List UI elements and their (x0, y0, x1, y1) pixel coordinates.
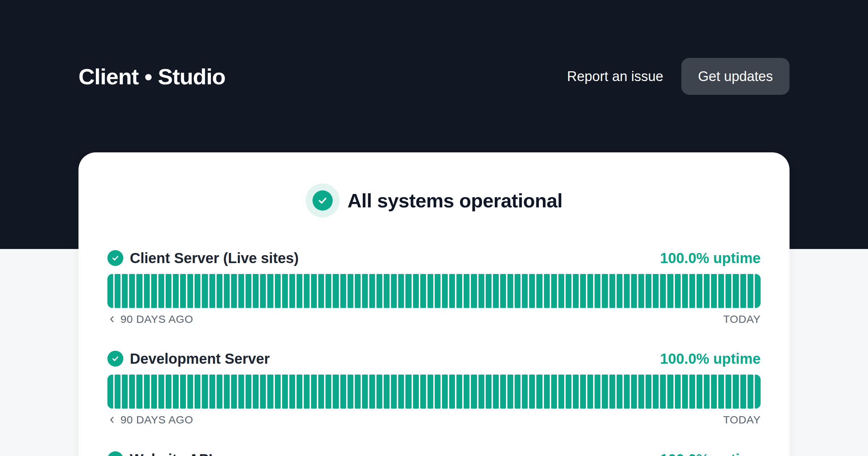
uptime-day-bar[interactable] (413, 274, 419, 308)
uptime-day-bar[interactable] (136, 375, 142, 409)
uptime-day-bar[interactable] (740, 375, 746, 409)
uptime-day-bar[interactable] (529, 375, 535, 409)
uptime-day-bar[interactable] (253, 274, 259, 308)
uptime-day-bar[interactable] (718, 274, 724, 308)
uptime-day-bar[interactable] (689, 375, 695, 409)
uptime-day-bar[interactable] (318, 274, 324, 308)
uptime-day-bar[interactable] (580, 375, 586, 409)
uptime-day-bar[interactable] (726, 274, 731, 308)
uptime-day-bar[interactable] (282, 274, 288, 308)
uptime-day-bar[interactable] (326, 274, 331, 308)
uptime-day-bar[interactable] (355, 274, 361, 308)
uptime-day-bar[interactable] (144, 375, 150, 409)
uptime-day-bar[interactable] (675, 375, 681, 409)
uptime-day-bar[interactable] (529, 274, 535, 308)
uptime-day-bar[interactable] (486, 274, 492, 308)
uptime-day-bar[interactable] (376, 375, 382, 409)
uptime-day-bar[interactable] (289, 375, 295, 409)
uptime-day-bar[interactable] (267, 375, 273, 409)
uptime-day-bar[interactable] (587, 375, 593, 409)
uptime-day-bar[interactable] (362, 274, 368, 308)
uptime-day-bar[interactable] (478, 375, 484, 409)
uptime-day-bar[interactable] (267, 274, 273, 308)
uptime-day-bar[interactable] (260, 274, 266, 308)
uptime-day-bar[interactable] (551, 274, 557, 308)
uptime-day-bar[interactable] (129, 375, 135, 409)
uptime-day-bar[interactable] (602, 274, 608, 308)
uptime-day-bar[interactable] (144, 274, 150, 308)
uptime-day-bar[interactable] (289, 274, 295, 308)
uptime-day-bar[interactable] (275, 274, 281, 308)
brand-logo[interactable]: Client • Studio (78, 64, 225, 89)
uptime-day-bar[interactable] (304, 274, 310, 308)
uptime-day-bar[interactable] (260, 375, 266, 409)
range-back-control[interactable]: 90 DAYS AGO (107, 313, 193, 325)
uptime-day-bar[interactable] (333, 274, 339, 308)
uptime-day-bar[interactable] (646, 274, 651, 308)
uptime-day-bar[interactable] (187, 274, 193, 308)
uptime-day-bar[interactable] (122, 274, 128, 308)
uptime-day-bar[interactable] (238, 375, 244, 409)
uptime-day-bar[interactable] (711, 274, 717, 308)
uptime-day-bar[interactable] (180, 274, 186, 308)
uptime-day-bar[interactable] (660, 375, 666, 409)
uptime-day-bar[interactable] (566, 375, 571, 409)
uptime-day-bar[interactable] (376, 274, 382, 308)
uptime-day-bar[interactable] (405, 375, 411, 409)
uptime-day-bar[interactable] (333, 375, 339, 409)
uptime-day-bar[interactable] (166, 375, 171, 409)
uptime-day-bar[interactable] (617, 375, 622, 409)
uptime-day-bar[interactable] (718, 375, 724, 409)
uptime-day-bar[interactable] (115, 274, 120, 308)
range-back-control[interactable]: 90 DAYS AGO (107, 414, 193, 426)
uptime-day-bar[interactable] (442, 375, 448, 409)
uptime-day-bar[interactable] (297, 274, 302, 308)
uptime-day-bar[interactable] (667, 375, 673, 409)
uptime-day-bar[interactable] (478, 274, 484, 308)
uptime-day-bar[interactable] (689, 274, 695, 308)
uptime-day-bar[interactable] (522, 274, 528, 308)
uptime-day-bar[interactable] (558, 375, 564, 409)
uptime-day-bar[interactable] (435, 274, 441, 308)
uptime-day-bar[interactable] (282, 375, 288, 409)
uptime-day-bar[interactable] (638, 274, 644, 308)
uptime-day-bar[interactable] (180, 375, 186, 409)
uptime-day-bar[interactable] (704, 375, 710, 409)
uptime-day-bar[interactable] (617, 274, 622, 308)
uptime-day-bar[interactable] (449, 375, 455, 409)
uptime-day-bar[interactable] (755, 375, 761, 409)
uptime-day-bar[interactable] (500, 375, 506, 409)
uptime-day-bar[interactable] (486, 375, 492, 409)
uptime-day-bar[interactable] (653, 274, 659, 308)
uptime-day-bar[interactable] (667, 274, 673, 308)
uptime-day-bar[interactable] (231, 375, 237, 409)
uptime-day-bar[interactable] (507, 375, 513, 409)
uptime-day-bar[interactable] (427, 375, 433, 409)
uptime-day-bar[interactable] (748, 274, 753, 308)
uptime-day-bar[interactable] (493, 274, 499, 308)
report-issue-link[interactable]: Report an issue (567, 69, 663, 84)
uptime-day-bar[interactable] (420, 375, 426, 409)
uptime-day-bar[interactable] (420, 274, 426, 308)
uptime-day-bar[interactable] (711, 375, 717, 409)
uptime-day-bar[interactable] (348, 274, 353, 308)
uptime-day-bar[interactable] (115, 375, 120, 409)
uptime-day-bar[interactable] (369, 375, 375, 409)
uptime-day-bar[interactable] (609, 274, 615, 308)
uptime-day-bar[interactable] (384, 375, 390, 409)
uptime-day-bar[interactable] (275, 375, 281, 409)
uptime-day-bar[interactable] (748, 375, 753, 409)
uptime-day-bar[interactable] (340, 274, 346, 308)
uptime-day-bar[interactable] (493, 375, 499, 409)
uptime-day-bar[interactable] (704, 274, 710, 308)
uptime-day-bar[interactable] (151, 274, 157, 308)
uptime-day-bar[interactable] (209, 274, 215, 308)
uptime-day-bar[interactable] (158, 274, 164, 308)
uptime-day-bar[interactable] (107, 274, 113, 308)
uptime-day-bar[interactable] (348, 375, 353, 409)
uptime-day-bar[interactable] (398, 375, 404, 409)
uptime-day-bar[interactable] (558, 274, 564, 308)
uptime-day-bar[interactable] (653, 375, 659, 409)
uptime-day-bar[interactable] (195, 375, 200, 409)
uptime-day-bar[interactable] (435, 375, 441, 409)
